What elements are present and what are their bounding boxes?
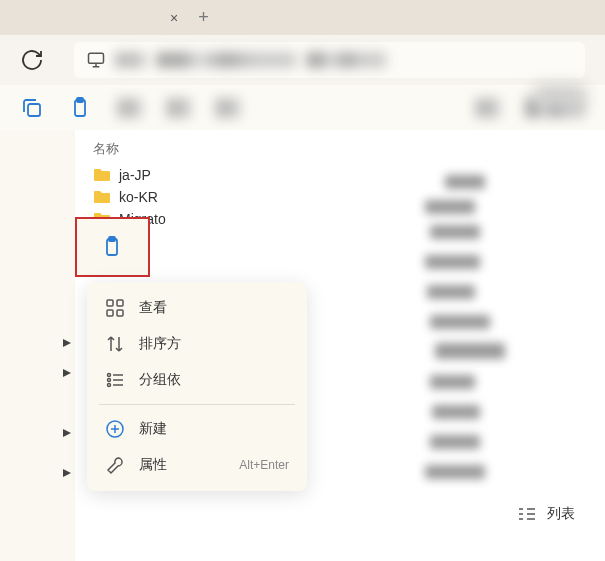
menu-label: 属性 [139,456,167,474]
folder-name: ja-JP [119,167,151,183]
menu-label: 新建 [139,420,167,438]
svg-rect-6 [107,300,113,306]
sidebar-edge [0,130,75,561]
svg-point-10 [108,374,111,377]
svg-rect-7 [117,300,123,306]
folder-item[interactable]: Migrato [75,208,605,230]
plus-circle-icon [105,419,125,439]
monitor-icon [86,50,106,70]
new-tab-icon[interactable]: + [198,7,209,28]
menu-sort[interactable]: 排序方 [87,326,307,362]
context-menu: 查看 排序方 分组依 新建 属性 Alt+Enter [87,282,307,491]
close-tab-icon[interactable]: × [170,10,178,26]
svg-rect-0 [89,53,104,63]
paste-icon[interactable] [69,96,93,120]
folder-item[interactable]: ja-JP [75,164,605,186]
list-icon [517,507,537,521]
column-header-name[interactable]: 名称 [75,140,605,164]
folder-icon [93,168,111,182]
paste-icon [101,235,125,259]
svg-rect-9 [117,310,123,316]
menu-shortcut: Alt+Enter [239,458,289,472]
grid-icon [105,298,125,318]
toolbar [0,35,605,85]
svg-rect-8 [107,310,113,316]
menu-divider [99,404,295,405]
action-bar [0,85,605,130]
highlighted-paste-icon[interactable] [75,217,150,277]
folder-icon [93,190,111,204]
file-list: 名称 ja-JP ko-KR Migrato 查看 排序方 [75,130,605,561]
copy-icon[interactable] [20,96,44,120]
address-bar[interactable] [74,42,585,78]
folder-item[interactable]: ko-KR [75,186,605,208]
refresh-button[interactable] [20,48,44,72]
svg-point-11 [108,379,111,382]
svg-rect-1 [28,104,40,116]
folder-name: ko-KR [119,189,158,205]
menu-label: 查看 [139,299,167,317]
tab-bar: × + [0,0,605,35]
group-icon [105,370,125,390]
menu-label: 分组依 [139,371,181,389]
svg-point-12 [108,384,111,387]
wrench-icon [105,455,125,475]
menu-view[interactable]: 查看 [87,290,307,326]
menu-properties[interactable]: 属性 Alt+Enter [87,447,307,483]
sort-icon [105,334,125,354]
menu-label: 排序方 [139,335,181,353]
view-mode-label: 列表 [547,505,575,523]
menu-new[interactable]: 新建 [87,411,307,447]
menu-group[interactable]: 分组依 [87,362,307,398]
view-mode-toggle[interactable]: 列表 [517,505,575,523]
